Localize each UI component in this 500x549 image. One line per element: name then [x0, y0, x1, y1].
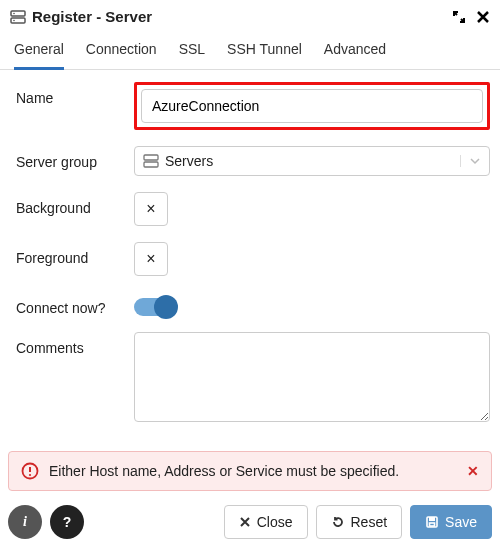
name-highlight: [134, 82, 490, 130]
close-button-label: Close: [257, 514, 293, 530]
servers-tree-icon: [143, 154, 159, 168]
svg-rect-11: [430, 523, 435, 526]
label-comments: Comments: [16, 332, 134, 356]
server-icon: [10, 10, 26, 24]
reset-button[interactable]: Reset: [316, 505, 403, 539]
chevron-down-icon: [460, 155, 481, 167]
toggle-knob: [154, 295, 178, 319]
info-button[interactable]: i: [8, 505, 42, 539]
svg-rect-5: [144, 162, 158, 167]
connect-now-toggle[interactable]: [134, 298, 176, 316]
dialog-title: Register - Server: [32, 8, 152, 25]
save-icon: [425, 515, 439, 529]
error-message: Either Host name, Address or Service mus…: [49, 463, 457, 479]
tab-general[interactable]: General: [14, 31, 64, 70]
tab-ssh-tunnel[interactable]: SSH Tunnel: [227, 31, 302, 70]
server-group-select[interactable]: Servers: [134, 146, 490, 176]
reset-icon: [331, 515, 345, 529]
svg-point-3: [13, 19, 15, 21]
tab-connection[interactable]: Connection: [86, 31, 157, 70]
expand-icon[interactable]: [452, 10, 466, 24]
close-button[interactable]: Close: [224, 505, 308, 539]
help-button[interactable]: ?: [50, 505, 84, 539]
dialog-footer: i ? Close Reset Save: [8, 505, 492, 539]
error-icon: [21, 462, 39, 480]
svg-rect-4: [144, 155, 158, 160]
svg-point-8: [29, 474, 31, 476]
label-server-group: Server group: [16, 146, 134, 170]
server-group-value: Servers: [165, 153, 213, 169]
comments-input[interactable]: [134, 332, 490, 422]
svg-rect-10: [429, 517, 435, 521]
name-input[interactable]: [141, 89, 483, 123]
save-button[interactable]: Save: [410, 505, 492, 539]
svg-point-2: [13, 12, 15, 14]
close-x-icon: [239, 516, 251, 528]
form-general: Name Server group Servers Bac: [0, 70, 500, 425]
tab-ssl[interactable]: SSL: [179, 31, 205, 70]
error-close[interactable]: ✕: [467, 463, 479, 479]
svg-rect-0: [11, 11, 25, 16]
tab-bar: General Connection SSL SSH Tunnel Advanc…: [0, 31, 500, 70]
close-icon[interactable]: [476, 10, 490, 24]
tab-advanced[interactable]: Advanced: [324, 31, 386, 70]
foreground-color-clear[interactable]: ×: [134, 242, 168, 276]
label-connect-now: Connect now?: [16, 292, 134, 316]
background-color-clear[interactable]: ×: [134, 192, 168, 226]
reset-button-label: Reset: [351, 514, 388, 530]
label-name: Name: [16, 82, 134, 106]
error-alert: Either Host name, Address or Service mus…: [8, 451, 492, 491]
label-foreground: Foreground: [16, 242, 134, 266]
dialog-header: Register - Server: [0, 0, 500, 31]
label-background: Background: [16, 192, 134, 216]
save-button-label: Save: [445, 514, 477, 530]
svg-rect-1: [11, 18, 25, 23]
dialog-title-wrap: Register - Server: [10, 8, 452, 25]
